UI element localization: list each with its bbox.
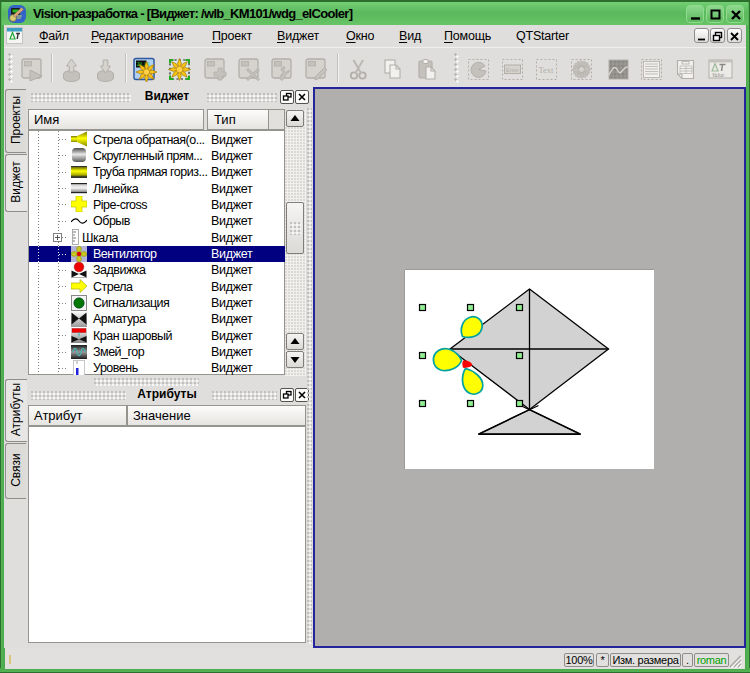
svg-text:Value: Value [712, 72, 725, 78]
svg-text:Enter: Enter [506, 67, 519, 73]
svg-text:Text: Text [539, 65, 555, 75]
